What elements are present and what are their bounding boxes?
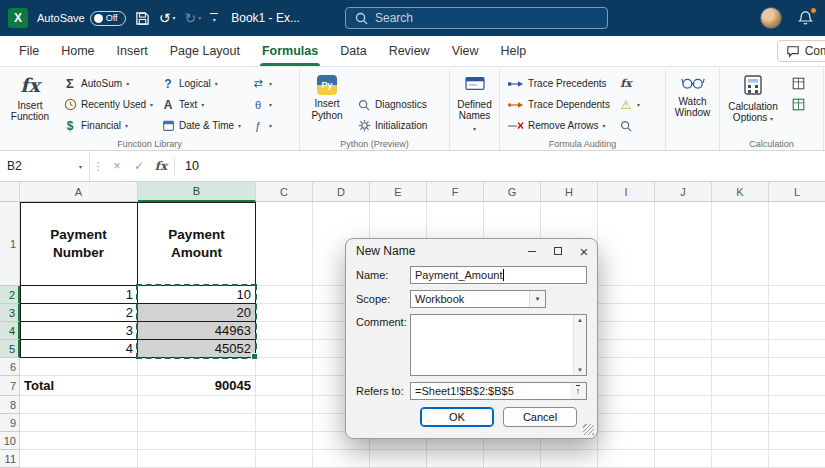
cell-D11[interactable] [313,450,370,468]
collapse-dialog-button[interactable]: ↑ [570,382,587,400]
insert-function-fx-button[interactable]: fx [150,151,172,181]
cell-L9[interactable] [769,414,825,432]
cell-J11[interactable] [655,450,712,468]
cell-G11[interactable] [484,450,541,468]
column-header-G[interactable]: G [484,182,541,202]
dialog-close-button[interactable]: × [571,239,597,263]
cell-I11[interactable] [598,450,655,468]
more-functions-button[interactable]: ƒ▾ [248,116,276,135]
cell-K7[interactable] [712,376,769,396]
trace-dependents-button[interactable]: Trace Dependents [504,95,612,114]
scroll-down-icon[interactable]: ▼ [577,367,583,373]
calculate-now-button[interactable] [788,74,808,93]
error-checking-button[interactable]: ⚠▾ [616,95,643,114]
column-header-E[interactable]: E [370,182,427,202]
cell-B8[interactable] [138,396,256,414]
dialog-title-bar[interactable]: New Name × [346,239,597,263]
cell-J7[interactable] [655,376,712,396]
row-header-4[interactable]: 4 [0,322,20,340]
cell-A1[interactable]: Payment Number [20,202,138,286]
row-header-8[interactable]: 8 [0,396,20,414]
cell-I8[interactable] [598,396,655,414]
cell-A11[interactable] [20,450,138,468]
redo-button[interactable]: ↻▾ [184,11,201,25]
cell-I6[interactable] [598,358,655,376]
row-header-7[interactable]: 7 [0,376,20,396]
fill-handle[interactable] [251,353,258,360]
cell-C1[interactable] [256,202,313,286]
cell-B6[interactable] [138,358,256,376]
row-header-3[interactable]: 3 [0,304,20,322]
cell-A7[interactable]: Total [20,376,138,396]
cell-J1[interactable] [655,202,712,286]
cell-J6[interactable] [655,358,712,376]
tab-data[interactable]: Data [329,36,377,66]
cell-L3[interactable] [769,304,825,322]
cell-K6[interactable] [712,358,769,376]
cell-K9[interactable] [712,414,769,432]
cancel-entry-button[interactable]: × [106,151,128,181]
cell-B5[interactable]: 45052 [138,340,256,358]
column-header-H[interactable]: H [541,182,598,202]
calculation-options-button[interactable]: Calculation Options ▾ [724,72,782,127]
cell-I9[interactable] [598,414,655,432]
cell-K1[interactable] [712,202,769,286]
insert-function-button[interactable]: fx Insert Function [4,72,56,126]
formula-input[interactable]: 10 [177,151,825,181]
cell-I4[interactable] [598,322,655,340]
cell-I2[interactable] [598,286,655,304]
cell-L7[interactable] [769,376,825,396]
cell-K8[interactable] [712,396,769,414]
cell-I3[interactable] [598,304,655,322]
cell-B1[interactable]: Payment Amount [138,202,256,286]
cell-K2[interactable] [712,286,769,304]
cell-A2[interactable]: 1 [20,286,138,304]
row-header-6[interactable]: 6 [0,358,20,376]
dialog-minimize-button[interactable] [519,239,545,263]
tab-home[interactable]: Home [50,36,105,66]
diagnostics-button[interactable]: Diagnostics [354,95,430,114]
select-all-corner[interactable] [0,182,20,202]
column-header-K[interactable]: K [712,182,769,202]
cell-I1[interactable] [598,202,655,286]
row-header-5[interactable]: 5 [0,340,20,358]
dialog-maximize-button[interactable] [545,239,571,263]
cell-B4[interactable]: 44963 [138,322,256,340]
cell-E11[interactable] [370,450,427,468]
cell-I7[interactable] [598,376,655,396]
comments-button[interactable]: Com [777,40,825,62]
row-header-1[interactable]: 1 [0,202,20,286]
recently-used-button[interactable]: Recently Used▾ [60,95,154,114]
cancel-button[interactable]: Cancel [503,407,577,427]
calculate-sheet-button[interactable] [788,95,808,114]
cell-L5[interactable] [769,340,825,358]
cell-L2[interactable] [769,286,825,304]
column-header-A[interactable]: A [20,182,138,202]
cell-J5[interactable] [655,340,712,358]
column-header-D[interactable]: D [313,182,370,202]
remove-arrows-button[interactable]: Remove Arrows▾ [504,116,612,135]
cell-K5[interactable] [712,340,769,358]
cell-K3[interactable] [712,304,769,322]
ok-button[interactable]: OK [420,407,494,427]
scroll-up-icon[interactable]: ▲ [577,317,583,323]
cell-C3[interactable] [256,304,313,322]
initialization-button[interactable]: Initialization [354,116,430,135]
cell-F11[interactable] [427,450,484,468]
column-header-J[interactable]: J [655,182,712,202]
cell-B2[interactable]: 10 [138,286,256,304]
row-header-10[interactable]: 10 [0,432,20,450]
tab-formulas[interactable]: Formulas [251,36,329,66]
trace-precedents-button[interactable]: Trace Precedents [504,74,612,93]
tab-insert[interactable]: Insert [106,36,159,66]
autosave-switch[interactable]: Off [90,11,126,26]
column-header-C[interactable]: C [256,182,313,202]
refers-to-field[interactable]: =Sheet1!$B$2:$B$5 [410,382,570,400]
autosave-toggle[interactable]: AutoSave Off [37,11,126,26]
cell-B7[interactable]: 90045 [138,376,256,396]
cell-A8[interactable] [20,396,138,414]
autosum-button[interactable]: ΣAutoSum▾ [60,74,154,93]
tab-help[interactable]: Help [490,36,538,66]
cell-I10[interactable] [598,432,655,450]
name-box[interactable]: B2 ▾ [0,151,90,181]
